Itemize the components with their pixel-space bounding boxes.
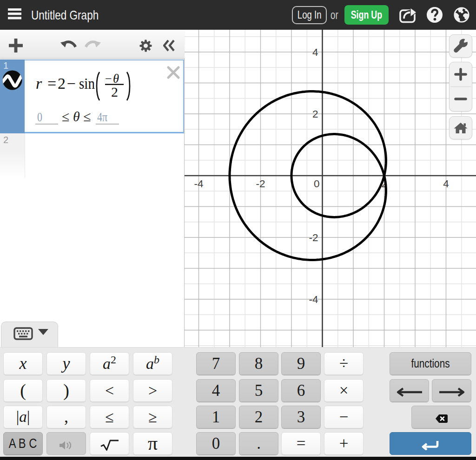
svg-text:r: r	[36, 75, 42, 92]
svg-text:4: 4	[312, 46, 318, 58]
svg-text:-2: -2	[256, 178, 265, 190]
svg-text:4: 4	[443, 178, 449, 190]
svg-text:θ: θ	[113, 72, 119, 85]
svg-text:sin: sin	[79, 75, 95, 92]
svg-text:2: 2	[58, 75, 66, 92]
svg-text:−: −	[105, 72, 112, 85]
svg-text:2: 2	[312, 108, 318, 120]
svg-text:=: =	[47, 75, 56, 92]
svg-text:-2: -2	[309, 232, 318, 243]
svg-text:-4: -4	[194, 178, 203, 190]
svg-text:0: 0	[314, 178, 320, 190]
svg-text:2: 2	[111, 84, 118, 99]
svg-text:-4: -4	[309, 294, 318, 305]
svg-text:−: −	[67, 75, 76, 92]
